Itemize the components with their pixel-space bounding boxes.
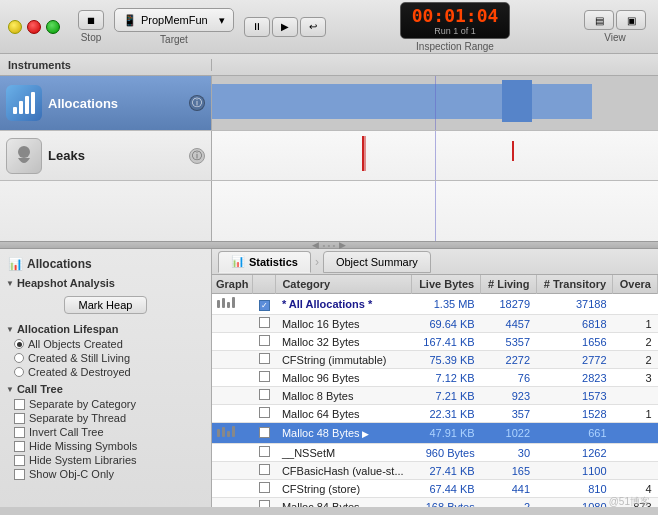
- col-category[interactable]: Category: [276, 275, 412, 294]
- leaks-instrument[interactable]: Leaks ⓘ: [0, 131, 212, 180]
- call-tree-header[interactable]: ▼ Call Tree: [0, 381, 211, 397]
- row-checkbox[interactable]: ✓: [259, 300, 270, 311]
- cell-living: 357: [481, 405, 536, 423]
- allocations-name: Allocations: [48, 96, 183, 111]
- cell-category: Malloc 48 Bytes ▶: [276, 423, 412, 444]
- cell-checkbox[interactable]: [253, 423, 276, 444]
- row-checkbox[interactable]: [259, 427, 270, 438]
- hide-missing-checkbox: [14, 441, 25, 452]
- cell-checkbox[interactable]: [253, 369, 276, 387]
- row-checkbox[interactable]: [259, 500, 270, 507]
- row-checkbox[interactable]: [259, 482, 270, 493]
- tab-object-summary[interactable]: Object Summary: [323, 251, 431, 273]
- view-button-left[interactable]: ▤: [584, 10, 614, 30]
- table-row[interactable]: CFBasicHash (value-st...27.41 KB1651100: [212, 462, 658, 480]
- table-row[interactable]: Malloc 16 Bytes69.64 KB445768181: [212, 315, 658, 333]
- lifespan-header[interactable]: ▼ Allocation Lifespan: [0, 321, 211, 337]
- table-row[interactable]: __NSSetM960 Bytes301262: [212, 444, 658, 462]
- stop-button[interactable]: ⏹: [78, 10, 104, 30]
- show-objc-label: Show Obj-C Only: [29, 468, 114, 480]
- col-graph: Graph: [212, 275, 253, 294]
- row-checkbox[interactable]: [259, 335, 270, 346]
- table-row[interactable]: Malloc 96 Bytes7.12 KB7628233: [212, 369, 658, 387]
- table-row[interactable]: Malloc 48 Bytes ▶47.91 KB1022661: [212, 423, 658, 444]
- cell-category: CFBasicHash (value-st...: [276, 462, 412, 480]
- tab-statistics[interactable]: 📊 Statistics: [218, 251, 311, 273]
- separate-category-cb[interactable]: Separate by Category: [0, 397, 211, 411]
- hide-system-cb[interactable]: Hide System Libraries: [0, 453, 211, 467]
- cell-checkbox[interactable]: [253, 444, 276, 462]
- row-checkbox[interactable]: [259, 353, 270, 364]
- mark-heap-button[interactable]: Mark Heap: [64, 296, 148, 314]
- created-destroyed-radio[interactable]: Created & Destroyed: [0, 365, 211, 379]
- alloc-bar-cont: [532, 84, 592, 119]
- leak-spike-2: [364, 136, 366, 171]
- cell-checkbox[interactable]: [253, 462, 276, 480]
- cell-overall: 3: [613, 369, 658, 387]
- cell-checkbox[interactable]: ✓: [253, 294, 276, 315]
- row-checkbox[interactable]: [259, 407, 270, 418]
- minimize-button[interactable]: [8, 20, 22, 34]
- pause-button[interactable]: ⏸: [244, 17, 270, 37]
- cell-checkbox[interactable]: [253, 315, 276, 333]
- leaks-track-content[interactable]: [212, 131, 658, 180]
- row-checkbox[interactable]: [259, 446, 270, 457]
- maximize-button[interactable]: [46, 20, 60, 34]
- cell-live-bytes: 960 Bytes: [412, 444, 481, 462]
- all-objects-radio[interactable]: All Objects Created: [0, 337, 211, 351]
- close-button[interactable]: [27, 20, 41, 34]
- leaks-info-button[interactable]: ⓘ: [189, 148, 205, 164]
- play-button[interactable]: ▶: [272, 17, 298, 37]
- cell-checkbox[interactable]: [253, 387, 276, 405]
- col-transitory[interactable]: # Transitory: [536, 275, 613, 294]
- cell-category: Malloc 64 Bytes: [276, 405, 412, 423]
- svg-rect-8: [232, 297, 235, 308]
- cell-checkbox[interactable]: [253, 498, 276, 508]
- target-selector[interactable]: 📱 PropMemFun ▾: [114, 8, 234, 32]
- col-living[interactable]: # Living: [481, 275, 536, 294]
- allocations-instrument[interactable]: Allocations ⓘ: [0, 76, 212, 130]
- cell-live-bytes: 1.35 MB: [412, 294, 481, 315]
- table-row[interactable]: CFString (store)67.44 KB4418104: [212, 480, 658, 498]
- cell-transitory: 810: [536, 480, 613, 498]
- separate-category-label: Separate by Category: [29, 398, 136, 410]
- row-checkbox[interactable]: [259, 464, 270, 475]
- toolbar: ⏹ Stop 📱 PropMemFun ▾ Target ⏸ ▶ ↩ 00:01…: [0, 0, 658, 54]
- cell-checkbox[interactable]: [253, 480, 276, 498]
- row-checkbox[interactable]: [259, 389, 270, 400]
- cell-checkbox[interactable]: [253, 405, 276, 423]
- show-objc-cb[interactable]: Show Obj-C Only: [0, 467, 211, 481]
- allocations-track-content[interactable]: [212, 76, 658, 130]
- view-button-right[interactable]: ▣: [616, 10, 646, 30]
- created-living-radio[interactable]: Created & Still Living: [0, 351, 211, 365]
- target-label: Target: [160, 34, 188, 45]
- cell-living: 30: [481, 444, 536, 462]
- row-checkbox[interactable]: [259, 317, 270, 328]
- tab-statistics-icon: 📊: [231, 255, 245, 268]
- cell-transitory: 1100: [536, 462, 613, 480]
- stop-section: ⏹ Stop: [74, 10, 108, 43]
- table-row[interactable]: ✓* All Allocations *1.35 MB1827937188: [212, 294, 658, 315]
- empty-track-right: [212, 181, 658, 241]
- heapshot-header[interactable]: ▼ Heapshot Analysis: [0, 275, 211, 291]
- cell-living: 2: [481, 498, 536, 508]
- cell-transitory: 1573: [536, 387, 613, 405]
- cell-checkbox[interactable]: [253, 333, 276, 351]
- col-live-bytes[interactable]: Live Bytes: [412, 275, 481, 294]
- cell-checkbox[interactable]: [253, 351, 276, 369]
- rewind-button[interactable]: ↩: [300, 17, 326, 37]
- hide-missing-cb[interactable]: Hide Missing Symbols: [0, 439, 211, 453]
- allocations-info-button[interactable]: ⓘ: [189, 95, 205, 111]
- row-checkbox[interactable]: [259, 371, 270, 382]
- table-row[interactable]: Malloc 32 Bytes167.41 KB535716562: [212, 333, 658, 351]
- cell-overall: [613, 423, 658, 444]
- table-row[interactable]: Malloc 8 Bytes7.21 KB9231573: [212, 387, 658, 405]
- separate-thread-cb[interactable]: Separate by Thread: [0, 411, 211, 425]
- col-overall[interactable]: Overa: [613, 275, 658, 294]
- table-row[interactable]: Malloc 84 Bytes168 Bytes21080873: [212, 498, 658, 508]
- data-table[interactable]: Graph Category Live Bytes # Living # Tra…: [212, 275, 658, 507]
- table-row[interactable]: Malloc 64 Bytes22.31 KB35715281: [212, 405, 658, 423]
- resize-handle[interactable]: ◀ • • • ▶: [0, 241, 658, 249]
- table-row[interactable]: CFString (immutable)75.39 KB227227722: [212, 351, 658, 369]
- invert-call-tree-cb[interactable]: Invert Call Tree: [0, 425, 211, 439]
